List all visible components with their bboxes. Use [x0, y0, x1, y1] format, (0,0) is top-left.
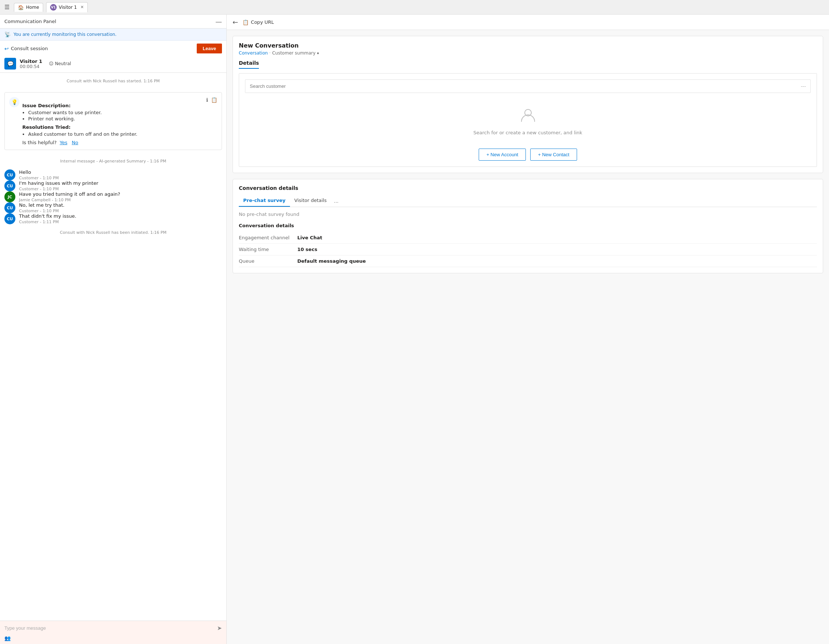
message-input-row: ➤ — [5, 624, 222, 632]
conv-detail-label: Engagement channel — [239, 235, 297, 240]
copy-url-label: Copy URL — [251, 19, 274, 25]
consult-icon: ↩ — [5, 46, 9, 52]
message-input[interactable] — [5, 624, 214, 632]
message-content: Hello Customer - 1:10 PM — [19, 169, 59, 180]
right-panel-content: New Conversation Conversation · Customer… — [227, 30, 829, 644]
right-panel: ← 📋 Copy URL New Conversation Conversati… — [227, 15, 829, 644]
send-icon[interactable]: ➤ — [217, 625, 222, 631]
home-icon: 🏠 — [18, 5, 24, 10]
copy-url-button[interactable]: 📋 Copy URL — [243, 19, 274, 25]
conv-detail-label: Queue — [239, 258, 297, 264]
message-input-area: ➤ 👥 — [0, 620, 226, 644]
visitor-details: Visitor 1 00:00:54 — [20, 58, 43, 69]
visitor-time: 00:00:54 — [20, 64, 43, 69]
details-heading: Details — [239, 60, 259, 69]
customer-empty-text: Search for or create a new customer, and… — [474, 130, 583, 136]
new-contact-button[interactable]: + New Contact — [530, 148, 577, 161]
tab-visitor[interactable]: V1 Visitor 1 ✕ — [46, 2, 88, 13]
tab-visitor-details[interactable]: Visitor details — [290, 196, 331, 207]
breadcrumb-customer-summary: Customer summary — [272, 51, 315, 55]
comm-panel-title: Communication Panel — [5, 19, 56, 24]
add-participant-icon[interactable]: 👥 — [5, 635, 11, 641]
message-meta: Customer - 1:11 PM — [19, 219, 76, 224]
search-customer-box[interactable]: --- — [245, 79, 811, 93]
monitoring-message: You are currently monitoring this conver… — [14, 32, 117, 37]
breadcrumb-dropdown-icon[interactable]: ▾ — [317, 51, 319, 55]
leave-button[interactable]: Leave — [197, 44, 222, 54]
breadcrumb-separator: · — [269, 51, 271, 55]
breadcrumb-conversation[interactable]: Conversation — [239, 51, 268, 55]
message-text: I'm having issues with my printer — [19, 180, 98, 186]
conversation-detail-rows: Engagement channel Live Chat Waiting tim… — [239, 232, 817, 267]
message-text: Have you tried turning it off and on aga… — [19, 191, 120, 197]
message-text: Hello — [19, 169, 59, 175]
comm-panel-header: Communication Panel — — [0, 15, 226, 28]
new-customer-actions: + New Account + New Contact — [245, 148, 811, 161]
conversation-detail-row: Waiting time 10 secs — [239, 244, 817, 256]
conv-detail-label: Waiting time — [239, 246, 297, 252]
back-button[interactable]: ← — [233, 18, 238, 26]
message-avatar: CU — [5, 213, 15, 224]
ai-content: ℹ️ 📋 Issue Description: Customer wants t… — [22, 97, 217, 145]
visitor-name: Visitor 1 — [20, 58, 43, 64]
details-section: Details --- — [239, 60, 817, 167]
visitor-sentiment: 😐 Neutral — [49, 61, 71, 66]
info-icon[interactable]: ℹ️ — [206, 97, 208, 103]
chat-message: CU I'm having issues with my printer Cus… — [5, 180, 222, 191]
message-content: No, let me try that. Customer - 1:10 PM — [19, 202, 65, 213]
chat-area: Consult with Nick Russell has started. 1… — [0, 73, 226, 620]
message-avatar: CU — [5, 180, 15, 191]
conv-detail-value: Live Chat — [297, 235, 322, 240]
titlebar: ☰ 🏠 Home V1 Visitor 1 ✕ — [0, 0, 829, 15]
message-meta: Jamie Campbell - 1:10 PM — [19, 197, 120, 202]
no-survey-text: No pre-chat survey found — [239, 212, 817, 217]
copy-icon[interactable]: 📋 — [211, 97, 217, 103]
sentiment-label: Neutral — [55, 61, 71, 66]
tab-pre-chat-survey[interactable]: Pre-chat survey — [239, 196, 290, 207]
tab-home[interactable]: 🏠 Home — [14, 3, 43, 12]
ai-summary-panel: 💡 ℹ️ 📋 Issue Description: Customer wants… — [5, 92, 222, 150]
issue-list: Customer wants to use printer. Printer n… — [22, 110, 217, 122]
message-meta: Customer - 1:10 PM — [19, 186, 98, 191]
ai-actions: ℹ️ 📋 — [206, 97, 217, 103]
conversation-detail-row: Engagement channel Live Chat — [239, 232, 817, 244]
right-panel-topbar: ← 📋 Copy URL — [227, 15, 829, 30]
copy-url-icon: 📋 — [243, 19, 249, 25]
new-account-button[interactable]: + New Account — [479, 148, 526, 161]
ai-panel-header: 💡 ℹ️ 📋 Issue Description: Customer wants… — [9, 97, 217, 145]
chat-message: CU That didn't fix my issue. Customer - … — [5, 213, 222, 224]
message-content: Have you tried turning it off and on aga… — [19, 191, 120, 202]
resolution-tried-title: Resolutions Tried: — [22, 125, 217, 130]
sentiment-icon: 😐 — [49, 61, 54, 66]
tab-close-icon[interactable]: ✕ — [80, 5, 84, 9]
conversation-details-title: Conversation details — [239, 185, 817, 191]
consult-start-message: Consult with Nick Russell has started. 1… — [5, 77, 222, 85]
tabs-more-icon[interactable]: ... — [331, 196, 341, 206]
conv-detail-value: Default messaging queue — [297, 258, 366, 264]
visitor-info: 💬 Visitor 1 00:00:54 😐 Neutral — [0, 55, 226, 73]
resolution-list: Asked customer to turn off and on the pr… — [22, 131, 217, 137]
search-dashes: --- — [801, 84, 806, 89]
customer-empty-state: Search for or create a new customer, and… — [245, 99, 811, 143]
tab-home-label: Home — [26, 5, 39, 10]
main-layout: Communication Panel — 📡 You are currentl… — [0, 15, 829, 644]
hamburger-icon[interactable]: ☰ — [3, 2, 11, 12]
consult-session-info: ↩ Consult session — [5, 46, 48, 52]
issue-description-title: Issue Description: — [22, 103, 217, 108]
message-avatar: CU — [5, 169, 15, 180]
message-text: That didn't fix my issue. — [19, 213, 76, 219]
message-avatar: CU — [5, 202, 15, 213]
resolution-item-1: Asked customer to turn off and on the pr… — [28, 131, 217, 137]
visitor-tab-avatar: V1 — [50, 4, 57, 11]
ai-icon: 💡 — [9, 97, 19, 107]
breadcrumb: Conversation · Customer summary ▾ — [239, 51, 817, 55]
minimize-icon[interactable]: — — [215, 17, 222, 25]
consult-initiated-message: Consult with Nick Russell has been initi… — [5, 229, 222, 237]
chat-message: CU Hello Customer - 1:10 PM — [5, 169, 222, 180]
helpful-yes-link[interactable]: Yes — [60, 140, 67, 145]
helpful-no-link[interactable]: No — [72, 140, 78, 145]
message-meta: Customer - 1:10 PM — [19, 176, 59, 180]
conversation-detail-row: Queue Default messaging queue — [239, 256, 817, 267]
search-customer-input[interactable] — [250, 84, 798, 89]
conversation-details-card: Conversation details Pre-chat survey Vis… — [233, 179, 823, 273]
